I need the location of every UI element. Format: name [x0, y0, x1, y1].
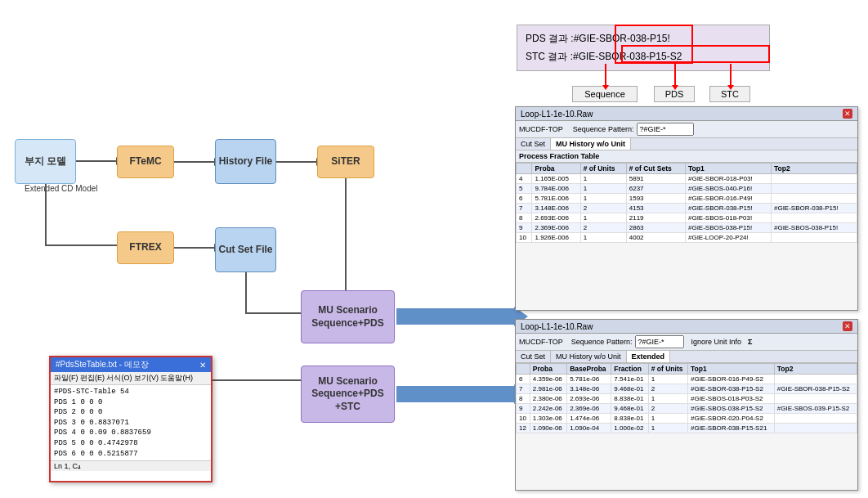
red-arrow-stc	[730, 64, 732, 86]
arrow-siter-down	[345, 178, 347, 236]
list-item: PDS 3 0 0.8837071	[54, 418, 208, 428]
mu-scenario-stc-box: MU Scenario Sequence+PDS +STC	[301, 366, 395, 423]
buji-model-box: 부지 모델	[15, 139, 76, 184]
table-row: 101.303e-061.474e-068.838e-011#GIE-SBOR-…	[517, 414, 857, 424]
window1-tabbar: Cut Set MU History w/o Unit	[516, 138, 857, 150]
window1-seq-pattern: Sequence Pattern:	[573, 125, 634, 133]
window2-col-fraction: Fraction	[611, 364, 648, 375]
window1-toolbar: MUCDF-TOP Sequence Pattern:	[516, 121, 857, 138]
table-row: 41.165E-00515891#GIE-SBOR-018-P03!	[517, 174, 857, 184]
list-item: PDS 5 0 0 0.4742978	[54, 438, 208, 449]
window1-col-units: # of Units	[580, 164, 626, 174]
window2-tabbar: Cut Set MU History w/o Unit Extended	[516, 351, 857, 363]
notepad-status: Ln 1, C₄	[51, 460, 211, 471]
history-file-box: History File	[215, 139, 276, 184]
window2-seq-label: Sequence Pattern:	[571, 338, 633, 346]
ftemc-box: FTeMC	[117, 146, 174, 178]
list-item: PDS 6 0 0 0.5215877	[54, 449, 208, 460]
notepad-close[interactable]: ✕	[199, 361, 206, 370]
notepad-content: #PDS-STC-Table 54 PDS 1 0 0 0PDS 2 0 0 0…	[51, 385, 211, 460]
window2-tbody: 64.359e-065.781e-067.541e-011#GIE-SBOR-0…	[517, 375, 857, 433]
window1-col-top1: Top1	[685, 164, 771, 174]
window1-title: Loop-L1-1e-10.Raw	[521, 110, 593, 119]
table-row: 92.242e-062.369e-069.468e-012#GIE-SBOS-0…	[517, 404, 857, 414]
window1-pattern-input[interactable]	[637, 123, 694, 136]
table-row: 59.784E-00616237#GIE-SBOS-040-P16!	[517, 184, 857, 194]
red-arrow-pds	[674, 64, 676, 86]
table-row: 82.693E-00612119#GIE-SBOS-018-P03!	[517, 213, 857, 223]
table-row: 121.090e-061.090e-041.000e-021#GIE-SBOR-…	[517, 424, 857, 433]
arrow-cutset-down	[245, 272, 247, 313]
table-row: 82.380e-062.693e-068.838e-011#GIE-SBOS-0…	[517, 394, 857, 404]
window1-section: Process Fraction Table	[516, 150, 857, 163]
window2-title: Loop-L1-1e-10.Raw	[521, 322, 593, 331]
notepad-titlebar: #PdsSteTable.txt - 메모장 ✕	[51, 357, 211, 372]
red-box-p15-s2	[621, 45, 770, 63]
window1-tab-muhistory[interactable]: MU History w/o Unit	[551, 138, 631, 150]
window1-tbody: 41.165E-00515891#GIE-SBOR-018-P03!59.784…	[517, 174, 857, 243]
window2-col-top1: Top1	[687, 364, 774, 375]
arrow-ftemc-history	[174, 161, 215, 163]
window1-tab-cutset[interactable]: Cut Set	[516, 138, 551, 150]
window2-close[interactable]: ✕	[843, 321, 852, 331]
window2-tab-cutset[interactable]: Cut Set	[516, 351, 551, 362]
notepad-rows: PDS 1 0 0 0PDS 2 0 0 0PDS 3 0 0.8837071P…	[54, 397, 208, 460]
window1-col-cutsets: # of Cut Sets	[626, 164, 685, 174]
window2-toolbar-left: MUCDF-TOP	[519, 338, 563, 346]
notepad-title: #PdsSteTable.txt - 메모장	[56, 359, 149, 370]
table-row: 92.369E-00622863#GIE-SBOS-038-P15!#GIE-S…	[517, 223, 857, 233]
ftrex-box: FTREX	[117, 231, 174, 264]
big-arrow-stc	[396, 386, 515, 402]
list-item: PDS 1 0 0 0	[54, 397, 208, 408]
window1-col-row	[517, 164, 532, 174]
window1-table-area: Proba # of Units # of Cut Sets Top1 Top2…	[516, 163, 857, 243]
window2-col-row	[517, 364, 530, 375]
window1-toolbar-left: MUCDF-TOP	[519, 125, 563, 133]
table-row: 64.359e-065.781e-067.541e-011#GIE-SBOR-0…	[517, 375, 857, 384]
red-arrow-seq	[605, 64, 606, 86]
window1: Loop-L1-1e-10.Raw ✕ MUCDF-TOP Sequence P…	[515, 106, 858, 311]
window2-titlebar: Loop-L1-1e-10.Raw ✕	[516, 320, 857, 334]
window2-ignore: Ignore Unit Info	[691, 338, 741, 346]
arrow-buji-ftrex	[45, 245, 119, 246]
arrow-buji-down	[45, 184, 47, 245]
table-row: 65.781E-00611593#GIE-SBOR-016-P49!	[517, 194, 857, 204]
window2-sigma: Σ	[748, 338, 752, 346]
window2-tab-extended[interactable]: Extended	[627, 351, 671, 362]
table-row: 101.926E-00614002#GIE-LOOP-20-P24!	[517, 233, 857, 243]
list-item: PDS 2 0 0 0	[54, 407, 208, 418]
window2-toolbar: MUCDF-TOP Sequence Pattern: Ignore Unit …	[516, 334, 857, 351]
window1-col-proba: Proba	[532, 164, 580, 174]
window2-table: Proba BaseProba Fraction # of Units Top1…	[516, 363, 857, 433]
window1-table: Proba # of Units # of Cut Sets Top1 Top2…	[516, 163, 857, 243]
extended-cd-label: Extended CD Model	[25, 184, 98, 193]
notepad-menu: 파일(F) 편집(E) 서식(O) 보기(V) 도움말(H)	[51, 372, 211, 385]
mu-scenario-pds-box: MU Scenario Sequence+PDS	[301, 290, 395, 343]
window1-close[interactable]: ✕	[843, 109, 852, 119]
window1-titlebar: Loop-L1-1e-10.Raw ✕	[516, 107, 857, 121]
diagram-container: PDS 결과 :#GIE-SBOR-038-P15! STC 결과 :#GIE-…	[0, 0, 868, 498]
window2: Loop-L1-1e-10.Raw ✕ MUCDF-TOP Sequence P…	[515, 319, 858, 491]
siter-box: SiTER	[317, 146, 374, 178]
window2-pattern-input[interactable]	[635, 335, 684, 348]
table-row: 73.148E-00624153#GIE-SBOR-038-P15!#GIE-S…	[517, 204, 857, 213]
big-arrow-pds	[396, 308, 515, 325]
window2-tab-muhistory[interactable]: MU History w/o Unit	[551, 351, 627, 362]
table-row: 72.981e-063.148e-069.468e-012#GIE-SBOR-0…	[517, 384, 857, 394]
arrow-history-siter	[276, 161, 317, 163]
window2-col-top2: Top2	[774, 364, 857, 375]
window2-table-area: Proba BaseProba Fraction # of Units Top1…	[516, 363, 857, 433]
window2-col-units: # of Units	[648, 364, 687, 375]
notepad-header: #PDS-STC-Table 54	[54, 387, 208, 397]
window1-col-top2: Top2	[771, 164, 857, 174]
arrow-to-mu	[345, 236, 347, 293]
arrow-buji-ftemc	[76, 160, 117, 162]
window2-col-proba: Proba	[530, 364, 566, 375]
list-item: PDS 4 0 0.09 0.8837659	[54, 428, 208, 438]
window2-col-baseproba: BaseProba	[567, 364, 611, 375]
cut-set-file-box: Cut Set File	[215, 227, 276, 272]
arrow-ftrex-cutset	[174, 247, 215, 249]
notepad-window: #PdsSteTable.txt - 메모장 ✕ 파일(F) 편집(E) 서식(…	[49, 356, 213, 482]
